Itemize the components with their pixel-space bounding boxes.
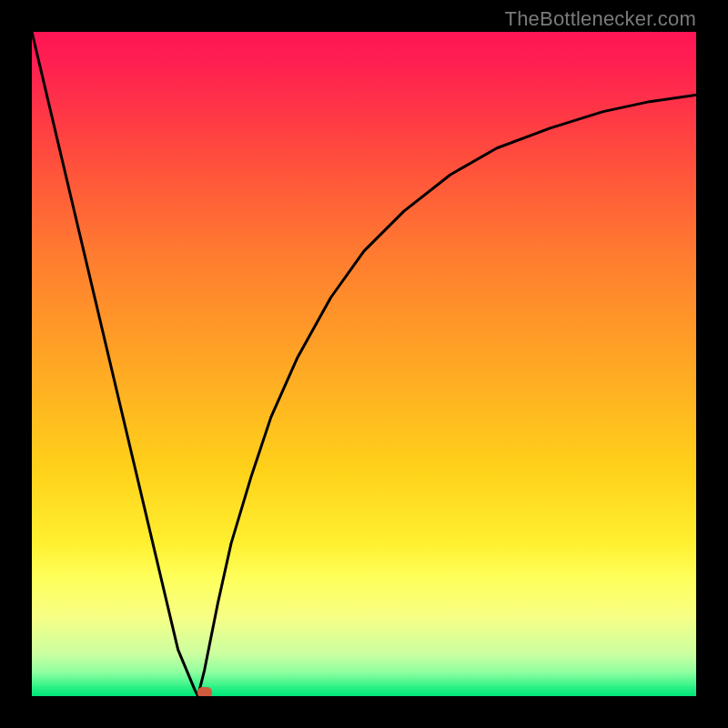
minimum-marker <box>197 687 212 696</box>
attribution-text: TheBottlenecker.com <box>505 7 696 31</box>
plot-frame <box>32 32 696 696</box>
